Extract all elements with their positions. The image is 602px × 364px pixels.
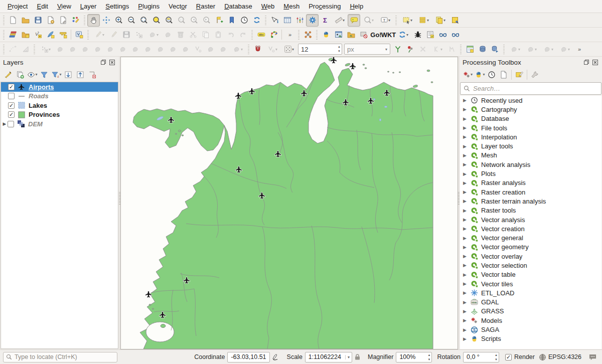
save-project-icon[interactable] xyxy=(32,14,44,27)
render-checkbox[interactable]: ✓ Render xyxy=(505,353,535,360)
snap-units-combo-combo[interactable]: px▾ xyxy=(344,44,390,55)
toolbox-group-scripts[interactable]: ▶Scripts xyxy=(460,334,601,343)
layer-item-lakes[interactable]: ✓Lakes xyxy=(1,101,118,110)
open-form-icon[interactable] xyxy=(464,43,476,56)
add-group-icon[interactable] xyxy=(14,69,26,80)
toolbox-group-network-analysis[interactable]: ▶Network analysis xyxy=(460,160,601,169)
toolbox-group-vector-table[interactable]: ▶Vector table xyxy=(460,270,601,279)
crs-globe-icon[interactable] xyxy=(539,353,546,361)
expander-icon[interactable]: ▶ xyxy=(463,336,470,341)
layers-panel-close-icon[interactable] xyxy=(108,59,116,66)
zoom-to-selection-icon[interactable] xyxy=(150,14,163,27)
map-tips-icon[interactable] xyxy=(348,14,360,27)
zoom-out-icon[interactable] xyxy=(125,14,137,27)
expander-icon[interactable]: ▶ xyxy=(463,208,470,213)
open-data-source-manager-icon[interactable] xyxy=(7,29,19,41)
messages-icon[interactable] xyxy=(588,353,597,361)
toolbox-group-vector-selection[interactable]: ▶Vector selection xyxy=(460,261,601,270)
map-canvas[interactable] xyxy=(120,57,458,349)
menu-view[interactable]: View xyxy=(53,1,76,12)
open-project-icon[interactable] xyxy=(19,14,32,27)
crs-value[interactable]: EPSG:4326 xyxy=(548,353,581,360)
statistical-summary-icon[interactable] xyxy=(293,14,306,27)
plugin-window-icon[interactable] xyxy=(332,29,345,41)
show-layout-manager-icon[interactable] xyxy=(57,14,69,27)
right-splitter[interactable] xyxy=(458,57,460,349)
snap-type-icon[interactable]: ▾ xyxy=(280,43,297,56)
add-layer-icon[interactable] xyxy=(19,29,32,41)
expander-icon[interactable]: ▶ xyxy=(463,199,470,204)
new-shapefile-layer-icon[interactable] xyxy=(57,29,69,41)
toolbox-group-interpolation[interactable]: ▶Interpolation xyxy=(460,132,601,141)
toolbar-drag-handle[interactable] xyxy=(315,30,319,40)
menu-mesh[interactable]: Mesh xyxy=(279,1,304,12)
wkt-button-icon[interactable]: WKT xyxy=(382,29,395,41)
db-sync-icon[interactable] xyxy=(476,43,489,56)
select-by-value-icon[interactable]: ▾ xyxy=(415,14,432,27)
toolbar-drag-handle[interactable] xyxy=(83,15,86,25)
toolbox-panel-close-icon[interactable] xyxy=(591,59,599,66)
menu-database[interactable]: Database xyxy=(220,1,257,12)
toolbox-group-vector-creation[interactable]: ▶Vector creation xyxy=(460,224,601,233)
toolbox-group-raster-tools[interactable]: ▶Raster tools xyxy=(460,206,601,215)
snapping-toggle-icon[interactable] xyxy=(251,43,264,56)
expander-icon[interactable]: ▶ xyxy=(463,125,470,130)
zoom-in-icon[interactable] xyxy=(112,14,125,27)
toolbar-drag-handle[interactable] xyxy=(2,44,6,54)
expander-icon[interactable]: ▶ xyxy=(463,180,470,186)
layer-item-dem[interactable]: ▶DEM xyxy=(1,119,118,129)
toolbox-group-file-tools[interactable]: ▶File tools xyxy=(460,123,601,132)
filter-legend-icon[interactable] xyxy=(38,69,50,80)
layer-checkbox[interactable]: ✓ xyxy=(8,102,15,109)
expand-all-icon[interactable] xyxy=(62,69,74,80)
menu-raster[interactable]: Raster xyxy=(192,1,220,12)
toolbox-group-raster-creation[interactable]: ▶Raster creation xyxy=(460,188,601,197)
pan-map-icon[interactable] xyxy=(87,14,100,27)
expander-icon[interactable]: ▶ xyxy=(463,217,470,222)
pan-to-selection-icon[interactable] xyxy=(100,14,112,27)
toolbar-drag-handle[interactable] xyxy=(86,30,90,40)
style-manager-icon[interactable] xyxy=(69,14,82,27)
expander-icon[interactable]: ▶ xyxy=(463,171,470,176)
toolbox-group-vector-general[interactable]: ▶Vector general xyxy=(460,233,601,242)
layer-checkbox[interactable]: ✓ xyxy=(8,111,15,118)
toolbar-drag-handle[interactable] xyxy=(2,30,6,40)
select-features-icon[interactable]: ▾ xyxy=(399,14,415,27)
expander-icon[interactable]: ▶ xyxy=(463,162,470,167)
toolbox-group-etl-load[interactable]: ▶ETL_LOAD xyxy=(460,288,601,297)
toolbox-group-cartography[interactable]: ▶Cartography xyxy=(460,105,601,114)
expander-icon[interactable]: ▶ xyxy=(463,190,470,195)
snap-tolerance-spin-spin[interactable]: 12▲▼ xyxy=(298,44,342,55)
topological-editing-icon[interactable] xyxy=(391,43,404,56)
plugin-folder-icon[interactable] xyxy=(345,29,357,41)
toolbox-group-saga[interactable]: ▶SSAGA xyxy=(460,325,601,334)
expander-icon[interactable]: ▶ xyxy=(463,107,470,112)
measure-tool-icon[interactable]: ▾ xyxy=(331,14,348,27)
toolbar-drag-handle[interactable] xyxy=(264,15,267,25)
extents-tracking-icon[interactable] xyxy=(272,353,280,361)
expander-icon[interactable]: ▶ xyxy=(463,254,470,259)
filter-by-expression-icon[interactable]: ε▾ xyxy=(50,69,62,80)
layer-checkbox[interactable]: ✓ xyxy=(8,84,15,90)
menu-plugins[interactable]: Plugins xyxy=(133,1,164,12)
collapse-all-icon[interactable] xyxy=(74,69,86,80)
layer-labeling-icon[interactable]: abc xyxy=(255,29,267,41)
open-attribute-table-icon[interactable] xyxy=(281,14,293,27)
menu-processing[interactable]: Processing xyxy=(304,1,345,12)
expander-icon[interactable]: ▶ xyxy=(463,290,470,295)
toolbox-group-vector-geometry[interactable]: ▶Vector geometry xyxy=(460,243,601,252)
menu-vector[interactable]: Vector xyxy=(164,1,192,12)
new-spatialite-layer-icon[interactable] xyxy=(44,29,57,41)
toolbar-extension-icon[interactable]: » xyxy=(283,29,296,41)
toolbar-drag-handle[interactable] xyxy=(247,44,250,54)
toolbox-group-plots[interactable]: ▶Plots xyxy=(460,169,601,178)
scripts-menu-icon[interactable]: ▾ xyxy=(474,69,486,80)
scale-combo[interactable]: 1:11062224▾ xyxy=(305,352,352,362)
toolbar-drag-handle[interactable] xyxy=(33,44,36,54)
expander-icon[interactable]: ▶ xyxy=(463,236,470,241)
open-layer-styling-icon[interactable] xyxy=(2,69,14,80)
toolbox-group-raster-terrain-analysis[interactable]: ▶Raster terrain analysis xyxy=(460,197,601,206)
toolbox-group-recently-used[interactable]: ▶Recently used xyxy=(460,96,601,105)
topology-checker-icon[interactable] xyxy=(302,29,314,41)
toolbox-group-gdal[interactable]: ▶GDALGDAL xyxy=(460,298,601,307)
